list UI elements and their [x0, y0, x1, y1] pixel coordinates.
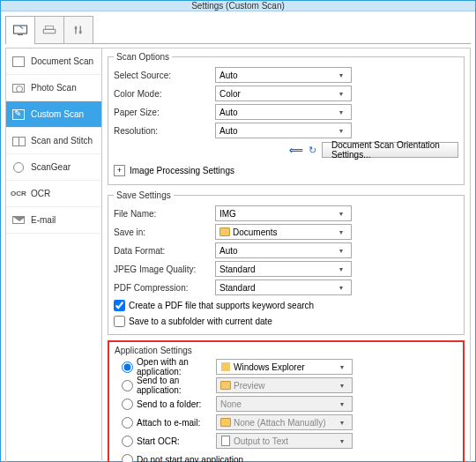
chevron-down-icon: ▾	[335, 71, 347, 79]
sidebar-item-label: Document Scan	[31, 56, 93, 66]
open-with-label: Open with an application:	[137, 357, 216, 376]
chevron-down-icon: ▾	[336, 363, 348, 371]
explorer-icon	[220, 361, 231, 372]
svg-point-7	[79, 31, 82, 34]
top-tabs	[5, 16, 471, 44]
title-bar: Settings (Custom Scan)	[1, 1, 475, 11]
send-to-app-radio[interactable]	[122, 380, 133, 391]
subfolder-label: Save to a subfolder with current date	[129, 317, 272, 326]
do-not-start-radio[interactable]	[122, 454, 133, 463]
window-title: Settings (Custom Scan)	[191, 1, 285, 11]
tab-scan-from-panel[interactable]	[34, 16, 64, 43]
sidebar-item-label: E-mail	[31, 215, 56, 225]
select-source-dropdown[interactable]: Auto▾	[215, 67, 352, 83]
image-processing-expand[interactable]: + Image Processing Settings	[114, 161, 458, 179]
folder-icon	[219, 227, 230, 237]
data-format-dropdown[interactable]: Auto▾	[215, 242, 352, 258]
mail-icon	[11, 214, 26, 227]
jpeg-quality-dropdown[interactable]: Standard▾	[215, 261, 352, 277]
save-in-label: Save in:	[114, 227, 215, 237]
back-icon[interactable]: ⟸	[289, 145, 303, 156]
sidebar: Document Scan Photo Scan Custom Scan Sca…	[5, 48, 102, 462]
color-mode-label: Color Mode:	[114, 89, 215, 99]
sidebar-item-ocr[interactable]: OCROCR	[6, 181, 101, 207]
sidebar-item-label: ScanGear	[31, 162, 71, 172]
start-ocr-label: Start OCR:	[137, 436, 180, 446]
sidebar-item-label: Scan and Stitch	[31, 136, 93, 145]
ocr-icon: OCR	[11, 188, 26, 200]
folder-icon	[220, 380, 231, 391]
attach-email-radio[interactable]	[122, 417, 133, 428]
orientation-settings-button[interactable]: Document Scan Orientation Settings...	[322, 142, 458, 158]
data-format-label: Data Format:	[114, 246, 215, 256]
do-not-start-label: Do not start any application	[137, 455, 243, 463]
file-name-field[interactable]: IMG▾	[215, 205, 352, 221]
chevron-down-icon: ▾	[335, 108, 347, 116]
chevron-down-icon: ▾	[336, 382, 348, 390]
send-to-app-label: Send to an application:	[137, 376, 216, 395]
send-to-folder-dropdown[interactable]: None▾	[216, 396, 353, 412]
svg-rect-2	[43, 29, 56, 34]
sidebar-item-label: Photo Scan	[31, 83, 77, 93]
file-name-label: File Name:	[114, 209, 215, 219]
scan-options-group: Scan Options Select Source:Auto▾ Color M…	[108, 52, 465, 185]
application-settings-legend: Application Settings	[115, 346, 457, 355]
start-ocr-radio[interactable]	[122, 436, 133, 447]
sidebar-item-photo-scan[interactable]: Photo Scan	[6, 75, 101, 101]
sidebar-item-email[interactable]: E-mail	[6, 207, 101, 234]
open-with-dropdown[interactable]: Windows Explorer▾	[216, 359, 353, 375]
settings-window: Settings (Custom Scan) Document Scan Pho…	[0, 0, 476, 462]
chevron-down-icon: ▾	[336, 400, 348, 408]
sidebar-item-document-scan[interactable]: Document Scan	[6, 48, 101, 75]
sidebar-item-custom-scan[interactable]: Custom Scan	[6, 101, 101, 128]
color-mode-dropdown[interactable]: Color▾	[215, 86, 352, 101]
svg-point-6	[75, 26, 78, 29]
body: Document Scan Photo Scan Custom Scan Sca…	[5, 48, 471, 462]
chevron-down-icon: ▾	[335, 265, 347, 273]
refresh-icon[interactable]: ↻	[309, 145, 316, 156]
chevron-down-icon: ▾	[335, 210, 347, 218]
paper-size-label: Paper Size:	[114, 108, 215, 117]
pdf-keyword-checkbox[interactable]	[114, 300, 125, 311]
select-source-label: Select Source:	[114, 71, 215, 80]
sidebar-item-scangear[interactable]: ScanGear	[6, 154, 101, 181]
sidebar-item-scan-and-stitch[interactable]: Scan and Stitch	[6, 128, 101, 154]
text-icon	[220, 436, 231, 446]
application-settings-group: Application Settings Open with an applic…	[108, 340, 465, 462]
sidebar-item-label: Custom Scan	[31, 109, 84, 119]
subfolder-checkbox[interactable]	[114, 316, 125, 327]
jpeg-quality-label: JPEG Image Quality:	[114, 265, 215, 274]
attach-email-label: Attach to e-mail:	[137, 418, 200, 428]
scanner-icon	[41, 24, 57, 36]
custom-icon	[11, 108, 26, 121]
resolution-dropdown[interactable]: Auto▾	[215, 123, 352, 138]
tab-general[interactable]	[63, 16, 93, 43]
start-ocr-dropdown[interactable]: Output to Text▾	[216, 433, 353, 449]
save-in-dropdown[interactable]: Documents▾	[215, 224, 352, 240]
send-to-app-dropdown[interactable]: Preview▾	[216, 377, 353, 393]
content: Document Scan Photo Scan Custom Scan Sca…	[1, 11, 475, 462]
photo-icon	[11, 82, 26, 94]
open-with-radio[interactable]	[122, 361, 133, 373]
save-settings-group: Save Settings File Name:IMG▾ Save in:Doc…	[108, 190, 465, 335]
chevron-down-icon: ▾	[335, 284, 347, 292]
svg-rect-1	[18, 34, 23, 34]
paper-size-dropdown[interactable]: Auto▾	[215, 104, 352, 120]
plus-icon: +	[114, 165, 125, 176]
tab-scan-from-computer[interactable]	[5, 16, 35, 44]
attach-email-dropdown[interactable]: None (Attach Manually)▾	[216, 414, 353, 430]
folder-icon	[220, 417, 231, 428]
main-panel: Scan Options Select Source:Auto▾ Color M…	[102, 48, 471, 462]
pdf-compression-label: PDF Compression:	[114, 283, 215, 293]
chevron-down-icon: ▾	[335, 247, 347, 255]
send-to-folder-radio[interactable]	[122, 399, 133, 410]
scan-options-legend: Scan Options	[114, 52, 172, 62]
save-settings-legend: Save Settings	[114, 190, 174, 200]
pdf-keyword-label: Create a PDF file that supports keyword …	[129, 301, 314, 310]
sidebar-item-label: OCR	[31, 189, 50, 198]
chevron-down-icon: ▾	[335, 90, 347, 98]
resolution-label: Resolution:	[114, 126, 215, 136]
pdf-compression-dropdown[interactable]: Standard▾	[215, 279, 352, 295]
chevron-down-icon: ▾	[336, 419, 348, 427]
stitch-icon	[11, 135, 26, 147]
